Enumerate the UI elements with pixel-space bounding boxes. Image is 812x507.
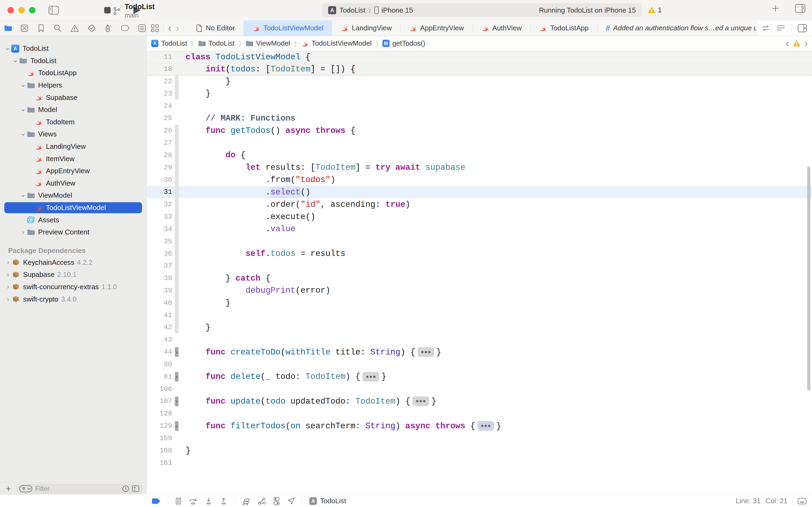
activity-status[interactable]: Running TodoList on iPhone 15 [539,6,636,14]
left-sidebar-toggle-icon[interactable] [47,4,60,17]
tab-appentryview[interactable]: AppEntryView [400,20,473,36]
folded-code-ellipsis[interactable] [362,372,379,382]
code-line-23[interactable]: 23 } [147,88,812,100]
environment-overrides-icon[interactable] [273,497,280,505]
sidebar-item-todolistviewmodel[interactable]: TodoListViewModel [0,202,147,214]
pause-icon[interactable] [175,497,181,505]
code-line-18[interactable]: 18 init(todos: [TodoItem] = []) { [147,63,812,75]
code-line-39[interactable]: 39 debugPrint(error) [147,284,812,297]
issue-warning-icon[interactable] [793,40,801,47]
code-line-128[interactable]: 128 [147,407,812,420]
sidebar-item-supabase[interactable]: Supabase [0,91,147,104]
sidebar-item-landingview[interactable]: LandingView [0,140,147,153]
find-icon[interactable] [53,23,62,33]
disclosure-chevron-icon[interactable]: › [4,271,12,278]
breakpoint-toggle-icon[interactable] [152,498,161,504]
editor-swap-icon[interactable] [761,24,770,32]
code-line-29[interactable]: 29 let results: [TodoItem] = try await s… [147,161,812,174]
code-line-32[interactable]: 32 .order("id", ascending: true) [147,198,812,211]
warning-count-badge[interactable]: 1 [648,6,661,14]
minimize-window-button[interactable] [18,7,25,13]
code-line-80[interactable]: 80 [147,358,812,371]
disclosure-chevron-icon[interactable]: › [4,259,12,266]
sidebar-item-assets[interactable]: Assets [0,214,147,226]
debug-gauge-icon[interactable] [105,23,113,33]
sidebar-item-helpers[interactable]: ⌄Helpers [0,79,147,92]
go-back-icon[interactable]: ‹ [168,22,172,34]
disclosure-chevron-icon[interactable]: › [4,295,12,303]
simulate-location-icon[interactable] [287,497,295,505]
fold-chevron-icon[interactable]: › [175,421,179,431]
code-line-41[interactable]: 41 [147,309,812,322]
code-line-129[interactable]: 129› func filterTodos(on searchTerm: Str… [147,420,812,432]
code-line-38[interactable]: 38 } catch { [147,272,812,284]
related-items-icon[interactable] [151,24,159,33]
package-item-supabase[interactable]: ›Supabase2.10.1 [0,269,147,281]
fold-chevron-icon[interactable]: › [175,372,179,382]
source-control-icon[interactable] [20,23,29,33]
source-editor[interactable]: 11class TodoListViewModel {18 init(todos… [147,51,812,495]
sidebar-item-appentryview[interactable]: AppEntryView [0,165,147,177]
fold-chevron-icon[interactable]: › [175,347,179,357]
sidebar-item-authview[interactable]: AuthView [0,177,147,189]
disclosure-chevron-icon[interactable]: ⌄ [4,43,11,52]
disclosure-chevron-icon[interactable]: ⌄ [19,104,27,113]
tab-added-an-authentication-flow-s[interactable]: #Added an authentication flow s…ed a uni… [597,20,776,36]
package-item-keychainaccess[interactable]: ›KeychainAccess4.2.2 [0,257,147,269]
code-line-106[interactable]: 106 [147,383,812,395]
code-line-30[interactable]: 30 .from("todos") [147,174,812,186]
code-line-43[interactable]: 43 [147,334,812,346]
new-tab-plus-icon[interactable] [771,4,780,13]
code-line-34[interactable]: 34 .value [147,223,812,235]
breadcrumb-item-gettodos-[interactable]: MgetTodos() [383,39,425,48]
add-item-button[interactable]: + [4,484,13,494]
code-line-22[interactable]: 22 } [147,75,812,88]
code-line-11[interactable]: 11class TodoListViewModel { [147,51,812,63]
code-line-27[interactable]: 27 [147,137,812,149]
code-line-25[interactable]: 25 // MARK: Functions [147,112,812,124]
breadcrumb-item-todolist[interactable]: TodoList [198,39,235,48]
code-line-37[interactable]: 37 [147,260,812,272]
code-line-28[interactable]: 28 do { [147,149,812,161]
tab-todolistviewmodel[interactable]: TodoListViewModel [243,20,332,36]
disclosure-chevron-icon[interactable]: › [4,283,12,291]
sidebar-item-todolistapp[interactable]: TodoListApp [0,67,147,79]
memory-graph-icon[interactable] [257,497,266,505]
breadcrumb-item-viewmodel[interactable]: ViewModel [245,39,290,48]
right-sidebar-toggle-icon[interactable] [795,4,806,13]
code-line-36[interactable]: 36 self.todos = results [147,247,812,260]
code-line-81[interactable]: 81› func delete(_ todo: TodoItem) {} [147,371,812,383]
scheme-app-label[interactable]: TodoList [339,6,365,14]
sidebar-item-preview-content[interactable]: ›Preview Content [0,226,147,238]
folded-code-ellipsis[interactable] [412,396,429,406]
sidebar-item-model[interactable]: ⌄Model [0,104,147,116]
editor-scrollbar[interactable] [807,167,810,390]
sidebar-item-itemview[interactable]: ItemView [0,153,147,165]
code-line-33[interactable]: 33 .execute() [147,211,812,223]
go-forward-icon[interactable]: › [176,22,179,34]
tab-no-editor[interactable]: No Editor [187,20,243,36]
bookmarks-icon[interactable] [37,23,45,33]
scheme-selector[interactable]: A TodoList 〉 iPhone 15 Running TodoList … [322,3,642,17]
code-line-26[interactable]: 26 func getTodos() async throws { [147,124,812,137]
tab-todolistapp[interactable]: TodoListApp [530,20,597,36]
sidebar-item-todolist[interactable]: ⌄TodoList [0,55,147,67]
filter-icon[interactable] [19,485,33,493]
code-line-31[interactable]: 31 .select() [147,186,812,198]
scheme-device-label[interactable]: iPhone 15 [382,6,413,14]
code-line-42[interactable]: 42 } [147,322,812,334]
split-editor-icon[interactable] [798,24,807,33]
next-issue-icon[interactable]: › [805,38,808,49]
package-item-swift-concurrency-extras[interactable]: ›swift-concurrency-extras1.1.0 [0,281,147,293]
code-line-159[interactable]: 159 [147,432,812,444]
keyboard-icon[interactable] [798,497,807,505]
step-into-icon[interactable] [205,497,213,505]
previous-issue-icon[interactable]: ‹ [786,38,789,49]
reports-icon[interactable] [138,23,147,33]
tests-icon[interactable] [87,23,97,33]
code-line-44[interactable]: 44› func createToDo(withTitle title: Str… [147,346,812,358]
sidebar-item-todolist[interactable]: ⌄ATodoList [0,43,147,55]
tab-landingview[interactable]: LandingView [332,20,400,36]
package-item-swift-crypto[interactable]: ›swift-crypto3.4.0 [0,293,147,305]
breakpoints-icon[interactable] [121,23,130,33]
